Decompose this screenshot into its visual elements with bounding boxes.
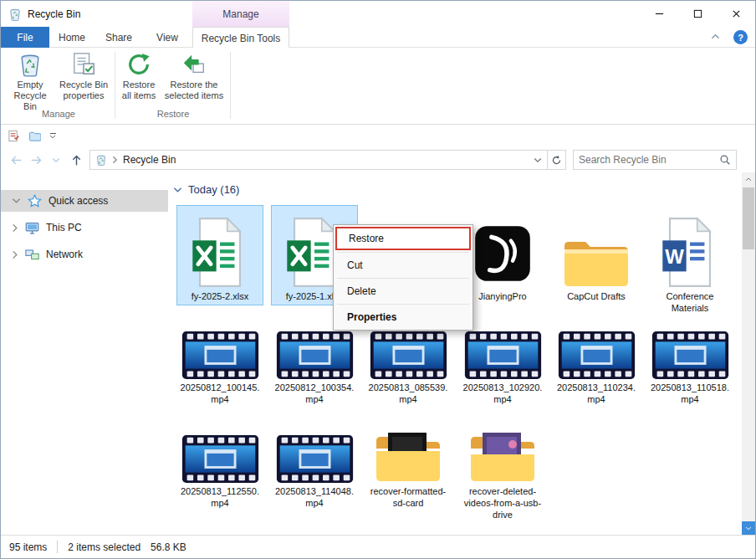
- chevron-up-icon: [745, 177, 752, 182]
- tab-recycle-bin-tools[interactable]: Recycle Bin Tools: [192, 27, 289, 49]
- file-tile-fy-2025-2[interactable]: fy-2025-2.xlsx: [176, 205, 263, 305]
- chevron-down-icon: [745, 526, 752, 531]
- address-bar-row: Recycle Bin: [1, 147, 755, 172]
- scroll-up-button[interactable]: [742, 172, 755, 186]
- file-tile-video[interactable]: 20250812_100354.mp4: [271, 328, 358, 408]
- titlebar: Recycle Bin Manage: [1, 1, 755, 27]
- recycle-bin-icon: [8, 8, 22, 21]
- status-bar: 95 items 2 items selected 56.8 KB: [1, 535, 755, 558]
- status-divider: [57, 541, 58, 553]
- items-count: 95 items: [9, 541, 47, 553]
- close-button[interactable]: [717, 1, 755, 27]
- empty-recycle-bin-button[interactable]: Empty Recycle Bin: [6, 50, 54, 112]
- video-file-icon: [275, 331, 355, 379]
- ribbon-group-label-manage: Manage: [6, 109, 111, 119]
- tab-share[interactable]: Share: [94, 27, 143, 48]
- file-tile-recover-deleted-videos[interactable]: recover-deleted-videos-from-a-usb-drive: [459, 432, 546, 524]
- close-icon: [732, 9, 741, 18]
- restore-selected-icon: [181, 52, 207, 77]
- vertical-scrollbar[interactable]: [742, 172, 755, 535]
- qat-new-folder-icon[interactable]: [28, 130, 41, 142]
- menu-separator: [337, 252, 469, 253]
- video-file-icon: [275, 435, 355, 483]
- menu-item-delete[interactable]: Delete: [335, 280, 471, 302]
- chevron-down-icon: [173, 187, 182, 193]
- this-pc-icon: [25, 221, 39, 235]
- file-tile-recover-formatted-sd-card[interactable]: recover-formatted-sd-card: [365, 432, 452, 512]
- tab-file[interactable]: File: [1, 27, 49, 48]
- word-file-icon: [661, 217, 719, 288]
- network-icon: [25, 248, 39, 262]
- maximize-button[interactable]: [678, 1, 717, 27]
- chevron-right-icon[interactable]: [12, 223, 18, 233]
- recycle-bin-properties-button[interactable]: Recycle Bin properties: [56, 50, 111, 101]
- sidebar-item-this-pc[interactable]: This PC: [1, 217, 168, 238]
- qat-properties-icon[interactable]: [8, 130, 20, 142]
- refresh-icon: [551, 155, 562, 166]
- chevron-right-icon[interactable]: [12, 250, 18, 259]
- group-header-today[interactable]: Today (16): [173, 183, 239, 196]
- menu-item-restore[interactable]: Restore: [335, 227, 471, 250]
- minimize-icon: [655, 9, 664, 18]
- file-tile-video[interactable]: 20250813_102920.mp4: [459, 328, 546, 408]
- customize-toolbar-dropdown-icon[interactable]: [49, 133, 56, 139]
- video-file-icon: [557, 331, 636, 379]
- help-button[interactable]: ?: [733, 30, 748, 44]
- ribbon: Empty Recycle Bin Recycle Bin properties…: [1, 48, 755, 125]
- tab-view[interactable]: View: [143, 27, 192, 48]
- navigation-pane: Quick access This PC Network: [1, 172, 168, 535]
- help-icon: ?: [738, 33, 743, 43]
- search-icon: [719, 154, 731, 166]
- window-controls: [640, 1, 755, 27]
- scroll-down-button[interactable]: [742, 521, 755, 535]
- minimize-button[interactable]: [640, 1, 678, 27]
- folder-with-purple-content-icon: [469, 431, 536, 483]
- ribbon-group-label-restore: Restore: [119, 109, 227, 119]
- restore-selected-items-button[interactable]: Restore the selected items: [161, 50, 227, 101]
- scrollbar-thumb[interactable]: [743, 187, 754, 249]
- search-box[interactable]: [573, 150, 737, 170]
- up-button[interactable]: [66, 150, 86, 170]
- forward-button[interactable]: [26, 150, 46, 170]
- file-tile-conference-materials[interactable]: Conference Materials: [646, 205, 733, 317]
- file-tile-capcut-drafts[interactable]: CapCut Drafts: [553, 205, 640, 305]
- file-tile-video[interactable]: 20250813_110518.mp4: [646, 328, 733, 408]
- address-dropdown-icon[interactable]: [534, 157, 542, 163]
- file-tile-video[interactable]: 20250812_100145.mp4: [176, 328, 263, 408]
- menu-item-cut[interactable]: Cut: [335, 254, 471, 276]
- refresh-button[interactable]: [548, 150, 566, 170]
- sidebar-item-quick-access[interactable]: Quick access: [1, 190, 168, 212]
- selection-count: 2 items selected: [68, 541, 140, 553]
- sidebar-item-network[interactable]: Network: [1, 244, 168, 265]
- ribbon-tab-row: File Home Share View Recycle Bin Tools ?: [1, 27, 755, 48]
- up-icon: [70, 154, 83, 167]
- chevron-down-icon[interactable]: [12, 197, 21, 204]
- selection-size: 56.8 KB: [151, 541, 186, 553]
- file-tile-video[interactable]: 20250813_114048.mp4: [271, 432, 358, 512]
- restore-all-items-button[interactable]: Restore all items: [119, 50, 159, 101]
- recycle-bin-icon: [18, 52, 43, 77]
- restore-all-icon: [126, 52, 151, 77]
- address-bar[interactable]: Recycle Bin: [89, 150, 548, 170]
- video-file-icon: [181, 331, 260, 379]
- forward-icon: [30, 154, 43, 167]
- search-input[interactable]: [579, 154, 719, 166]
- folder-icon: [563, 236, 630, 288]
- recent-locations-dropdown[interactable]: [46, 150, 66, 170]
- menu-item-properties[interactable]: Properties: [335, 306, 471, 328]
- tab-home[interactable]: Home: [49, 27, 94, 48]
- back-button[interactable]: [6, 150, 26, 170]
- collapse-ribbon-icon[interactable]: [711, 33, 720, 40]
- context-menu: Restore Cut Delete Properties: [333, 224, 473, 331]
- manage-contextual-tab-header: Manage: [192, 1, 289, 27]
- video-file-icon: [181, 435, 260, 483]
- file-tile-video[interactable]: 20250813_112550.mp4: [176, 432, 263, 512]
- video-file-icon: [463, 331, 543, 379]
- menu-separator: [337, 304, 469, 305]
- file-tile-video[interactable]: 20250813_085539.mp4: [365, 328, 452, 408]
- folder-with-dark-content-icon: [375, 431, 442, 483]
- properties-icon: [71, 52, 96, 77]
- quick-access-star-icon: [28, 194, 42, 208]
- breadcrumb[interactable]: Recycle Bin: [123, 154, 176, 166]
- file-tile-video[interactable]: 20250813_110234.mp4: [553, 328, 640, 408]
